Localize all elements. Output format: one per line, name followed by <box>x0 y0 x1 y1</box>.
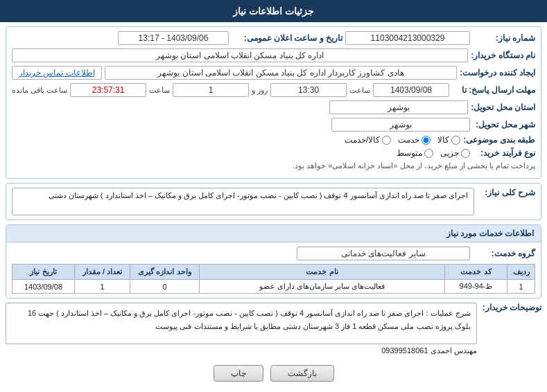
response-label: مهلت ارسال پاسخ: تا <box>452 85 535 95</box>
days-label: روز و <box>252 86 268 95</box>
creator-value: هادی کشاورز کاربردار اداره کل بنیاد مسکن… <box>105 66 457 80</box>
print-button[interactable]: چاپ <box>214 365 263 382</box>
buyer-label: نام دستگاه خریدار: <box>471 51 535 60</box>
province-value: بوشهر <box>329 100 468 114</box>
services-table-head: ردیف کد خدمت نام خدمت واحد اندازه گیری ت… <box>12 265 535 280</box>
td-row: 1 <box>507 280 535 294</box>
radio-goods-input[interactable] <box>451 136 460 145</box>
services-section: اطلاعات خدمات مورد نیاز گروه خدمت: سایر … <box>6 224 541 299</box>
th-quantity: تعداد / مقدار <box>75 265 130 280</box>
city-label: شهر محل تحویل: <box>473 120 535 130</box>
radio-goods[interactable]: کالا <box>437 135 460 145</box>
back-button[interactable]: بازگشت <box>270 365 334 382</box>
radio-partial[interactable]: جزیی <box>440 148 470 158</box>
product-type-label: طبقه بندی موضوعی: <box>463 135 535 145</box>
row-payment-note: پرداخت تمام یا بخشی از مبلغ خرید، از محل… <box>12 161 535 170</box>
time-remaining-label: ساعت <box>149 86 170 95</box>
button-row: بازگشت چاپ <box>0 359 547 387</box>
services-table: ردیف کد خدمت نام خدمت واحد اندازه گیری ت… <box>12 264 535 294</box>
process-type-label: نوع فرآیند خرید: <box>473 148 535 158</box>
row-process-type: نوع فرآیند خرید: جزیی متوسط <box>12 148 535 158</box>
radio-medium[interactable]: متوسط <box>397 148 433 158</box>
description-section: شرح کلی نیاز: اجرای صفر تا صد راه اندازی… <box>6 183 541 220</box>
row-province: استان محل تحویل: بوشهر <box>12 100 535 114</box>
radio-medium-input[interactable] <box>424 149 433 158</box>
main-container: جزئیات اطلاعات نیاز شماره نیاز: 11030042… <box>0 0 547 392</box>
radio-service[interactable]: خدمت <box>398 135 431 145</box>
services-table-body: 1 ظ-94-949 فعالیت‌های سایر سازمان‌های دا… <box>12 280 535 294</box>
services-inner: گروه خدمت: سایر فعالیت‌های خدماتی ردیف ک… <box>6 242 541 298</box>
process-type-radio-group: جزیی متوسط <box>397 148 470 158</box>
row-product-type: طبقه بندی موضوعی: کالا خدمت کالا/خدمت <box>12 135 535 145</box>
td-date: 1403/09/08 <box>12 280 75 294</box>
radio-goods-service-input[interactable] <box>382 136 391 145</box>
services-table-header-row: ردیف کد خدمت نام خدمت واحد اندازه گیری ت… <box>12 265 535 280</box>
th-unit: واحد اندازه گیری <box>130 265 200 280</box>
row-group: گروه خدمت: سایر فعالیت‌های خدماتی <box>12 247 535 260</box>
radio-service-input[interactable] <box>422 136 431 145</box>
th-name: نام خدمت <box>200 265 445 280</box>
date-value: 1403/09/06 - 13:17 <box>118 31 229 45</box>
td-code: ظ-94-949 <box>445 280 507 294</box>
radio-goods-service[interactable]: کالا/خدمت <box>345 135 391 145</box>
buyer-notes-label: توضیحات خریدار: <box>483 303 541 312</box>
product-type-radio-group: کالا خدمت کالا/خدمت <box>345 135 460 145</box>
hours-label: ساعت باقی مانده <box>12 86 67 95</box>
th-row: ردیف <box>507 265 535 280</box>
creator-label: ایجاد کننده درخواست: <box>460 68 535 78</box>
td-name: فعالیت‌های سایر سازمان‌های دارای عضو <box>200 280 445 294</box>
city-value: بوشهر <box>331 118 470 132</box>
main-info-section: شماره نیاز: 1103004213000329 تاریخ و ساع… <box>6 26 541 179</box>
th-code: کد خدمت <box>445 265 507 280</box>
province-label: استان محل تحویل: <box>471 103 535 112</box>
buyer-notes-content-area: شرح عملیات : اجرای صفر تا صد راه اندازی … <box>6 303 477 355</box>
time-label: ساعت <box>349 86 370 95</box>
buyer-notes-text: شرح عملیات : اجرای صفر تا صد راه اندازی … <box>6 303 477 344</box>
group-label: گروه خدمت: <box>473 249 535 258</box>
description-content: اجرای صفر تا صد راه اندازی آسانسور 4 توق… <box>12 188 474 215</box>
buyer-notes-inner: توضیحات خریدار: شرح عملیات : اجرای صفر ت… <box>6 303 541 355</box>
th-date: تاریخ نیاز <box>12 265 75 280</box>
services-section-title: اطلاعات خدمات مورد نیاز <box>6 225 541 242</box>
description-label: شرح کلی نیاز: <box>480 188 535 197</box>
buyer-notes-section: توضیحات خریدار: شرح عملیات : اجرای صفر ت… <box>6 303 541 355</box>
radio-medium-label: متوسط <box>397 148 422 158</box>
row-buyer: نام دستگاه خریدار: اداره کل بنیاد مسکن ا… <box>12 48 535 62</box>
niyaz-number-value: 1103004213000329 <box>345 31 470 45</box>
row-creator: ایجاد کننده درخواست: هادی کشاورز کاربردا… <box>12 66 535 80</box>
radio-partial-label: جزیی <box>440 148 459 158</box>
row-response-deadline: مهلت ارسال پاسخ: تا 1403/09/08 ساعت 13:3… <box>12 83 535 97</box>
niyaz-number-label: شماره نیاز: <box>473 33 535 43</box>
payment-note: پرداخت تمام یا بخشی از مبلغ خرید، از محل… <box>293 161 535 170</box>
radio-goods-label: کالا <box>437 135 449 145</box>
td-quantity: 1 <box>75 280 130 294</box>
time-remaining: 23:57:31 <box>70 83 146 97</box>
main-info-inner: شماره نیاز: 1103004213000329 تاریخ و ساع… <box>6 27 541 178</box>
page-title: جزئیات اطلاعات نیاز <box>233 6 314 17</box>
radio-partial-input[interactable] <box>461 149 470 158</box>
row-city: شهر محل تحویل: بوشهر <box>12 118 535 132</box>
buyer-value: اداره کل بنیاد مسکن انقلاب اسلامی استان … <box>12 48 468 62</box>
buyer-contact: مهندس احمدی 09399518061 <box>6 346 477 355</box>
group-value: سایر فعالیت‌های خدماتی <box>297 247 470 260</box>
date-label: تاریخ و ساعت اعلان عمومی: <box>232 33 342 43</box>
radio-service-label: خدمت <box>398 135 419 145</box>
page-header: جزئیات اطلاعات نیاز <box>0 0 547 22</box>
contact-link[interactable]: اطلاعات تماس خریدار <box>12 66 102 80</box>
response-time: 13:30 <box>270 83 347 97</box>
table-row: 1 ظ-94-949 فعالیت‌های سایر سازمان‌های دا… <box>12 280 535 294</box>
radio-goods-service-label: کالا/خدمت <box>345 135 380 145</box>
days-remaining: 1 <box>173 83 249 97</box>
row-niyaz-date: شماره نیاز: 1103004213000329 تاریخ و ساع… <box>12 31 535 45</box>
td-unit: 0 <box>130 280 200 294</box>
response-date: 1403/09/08 <box>373 83 449 97</box>
description-inner: شرح کلی نیاز: اجرای صفر تا صد راه اندازی… <box>6 184 541 220</box>
